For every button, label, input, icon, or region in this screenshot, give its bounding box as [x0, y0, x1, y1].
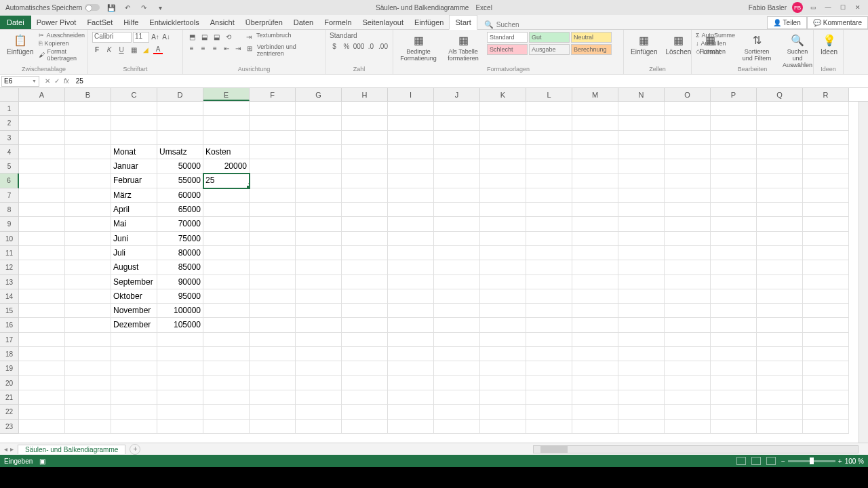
cell-N15[interactable]: [618, 304, 665, 318]
cell-F3[interactable]: [250, 131, 296, 145]
tab-daten[interactable]: Daten: [288, 16, 319, 29]
cell-R17[interactable]: [803, 333, 849, 347]
cell-L9[interactable]: [526, 217, 572, 231]
cell-O16[interactable]: [665, 318, 711, 332]
cell-B1[interactable]: [65, 102, 111, 116]
cell-I16[interactable]: [388, 318, 434, 332]
col-header-P[interactable]: P: [711, 88, 757, 101]
cell-L3[interactable]: [526, 131, 572, 145]
cell-K2[interactable]: [480, 116, 526, 130]
cell-G7[interactable]: [296, 188, 342, 203]
cell-D10[interactable]: 75000: [157, 232, 203, 246]
cell-A17[interactable]: [19, 333, 65, 347]
cell-I5[interactable]: [388, 159, 434, 174]
cell-I11[interactable]: [388, 246, 434, 260]
cell-O23[interactable]: [665, 420, 711, 434]
close-icon[interactable]: ✕: [853, 3, 863, 12]
cell-I2[interactable]: [388, 116, 434, 130]
align-bottom-icon[interactable]: ⬓: [212, 32, 221, 41]
name-box[interactable]: E6▼: [1, 76, 39, 87]
autosave-toggle[interactable]: [85, 4, 100, 11]
cell-B22[interactable]: [65, 405, 111, 419]
cell-style-schlecht[interactable]: Schlecht: [487, 44, 528, 55]
cell-F6[interactable]: [250, 174, 296, 188]
cell-P16[interactable]: [711, 318, 757, 332]
cell-O1[interactable]: [665, 102, 711, 116]
cell-D7[interactable]: 60000: [157, 188, 203, 203]
cell-D15[interactable]: 100000: [157, 304, 203, 318]
cell-G11[interactable]: [296, 246, 342, 260]
cell-C15[interactable]: November: [111, 304, 157, 318]
cell-K3[interactable]: [480, 131, 526, 145]
decrease-decimal-icon[interactable]: .00: [378, 41, 388, 51]
cell-K16[interactable]: [480, 318, 526, 332]
cell-A5[interactable]: [19, 159, 65, 174]
cell-D4[interactable]: Umsatz: [157, 145, 203, 159]
cell-M23[interactable]: [572, 420, 618, 434]
cell-Q6[interactable]: [757, 174, 803, 188]
cell-B12[interactable]: [65, 260, 111, 274]
cell-F10[interactable]: [250, 232, 296, 246]
cell-I9[interactable]: [388, 217, 434, 231]
cell-G6[interactable]: [296, 174, 342, 188]
cell-Q3[interactable]: [757, 131, 803, 145]
cell-I17[interactable]: [388, 333, 434, 347]
cell-B15[interactable]: [65, 304, 111, 318]
cell-A19[interactable]: [19, 361, 65, 375]
cell-N2[interactable]: [618, 116, 665, 130]
cell-Q16[interactable]: [757, 318, 803, 332]
cell-J12[interactable]: [434, 260, 480, 274]
cell-L8[interactable]: [526, 203, 572, 217]
merge-button[interactable]: Verbinden und zentrieren: [257, 43, 321, 57]
format-painter-button[interactable]: 🖌Format übertragen: [39, 48, 85, 62]
cell-M5[interactable]: [572, 159, 618, 174]
cell-H5[interactable]: [342, 159, 388, 174]
cell-O17[interactable]: [665, 333, 711, 347]
col-header-M[interactable]: M: [572, 88, 618, 101]
add-sheet-button[interactable]: +: [130, 444, 140, 455]
cell-O19[interactable]: [665, 361, 711, 375]
cell-P3[interactable]: [711, 131, 757, 145]
col-header-K[interactable]: K: [480, 88, 526, 101]
row-header-7[interactable]: 7: [0, 188, 19, 203]
cell-K18[interactable]: [480, 347, 526, 361]
cell-L11[interactable]: [526, 246, 572, 260]
cell-J8[interactable]: [434, 203, 480, 217]
cell-R10[interactable]: [803, 232, 849, 246]
sort-filter-button[interactable]: ⇅Sortieren und Filtern: [738, 32, 776, 63]
cell-N7[interactable]: [618, 188, 665, 203]
cell-R21[interactable]: [803, 390, 849, 405]
cell-E4[interactable]: Kosten: [203, 145, 250, 159]
vertical-scrollbar[interactable]: [859, 102, 868, 443]
fill-button[interactable]: ↓Ausfüllen: [696, 40, 735, 47]
cell-N5[interactable]: [618, 159, 665, 174]
normal-view-icon[interactable]: [736, 457, 746, 465]
cell-H18[interactable]: [342, 347, 388, 361]
cell-K22[interactable]: [480, 405, 526, 419]
row-header-1[interactable]: 1: [0, 102, 19, 116]
cell-D22[interactable]: [157, 405, 203, 419]
cell-M9[interactable]: [572, 217, 618, 231]
cell-style-neutral[interactable]: Neutral: [571, 32, 612, 43]
cell-R13[interactable]: [803, 275, 849, 289]
cell-N20[interactable]: [618, 376, 665, 390]
cell-L14[interactable]: [526, 289, 572, 304]
cell-Q20[interactable]: [757, 376, 803, 390]
cell-M2[interactable]: [572, 116, 618, 130]
cell-C19[interactable]: [111, 361, 157, 375]
cell-N9[interactable]: [618, 217, 665, 231]
cell-B11[interactable]: [65, 246, 111, 260]
cell-M14[interactable]: [572, 289, 618, 304]
cell-H19[interactable]: [342, 361, 388, 375]
cell-P10[interactable]: [711, 232, 757, 246]
cell-P20[interactable]: [711, 376, 757, 390]
cell-C2[interactable]: [111, 116, 157, 130]
cell-N4[interactable]: [618, 145, 665, 159]
cell-R2[interactable]: [803, 116, 849, 130]
cell-J19[interactable]: [434, 361, 480, 375]
cell-G15[interactable]: [296, 304, 342, 318]
qat-dropdown-icon[interactable]: ▾: [155, 3, 165, 12]
align-center-icon[interactable]: ≡: [199, 43, 208, 53]
cell-G19[interactable]: [296, 361, 342, 375]
cell-I3[interactable]: [388, 131, 434, 145]
